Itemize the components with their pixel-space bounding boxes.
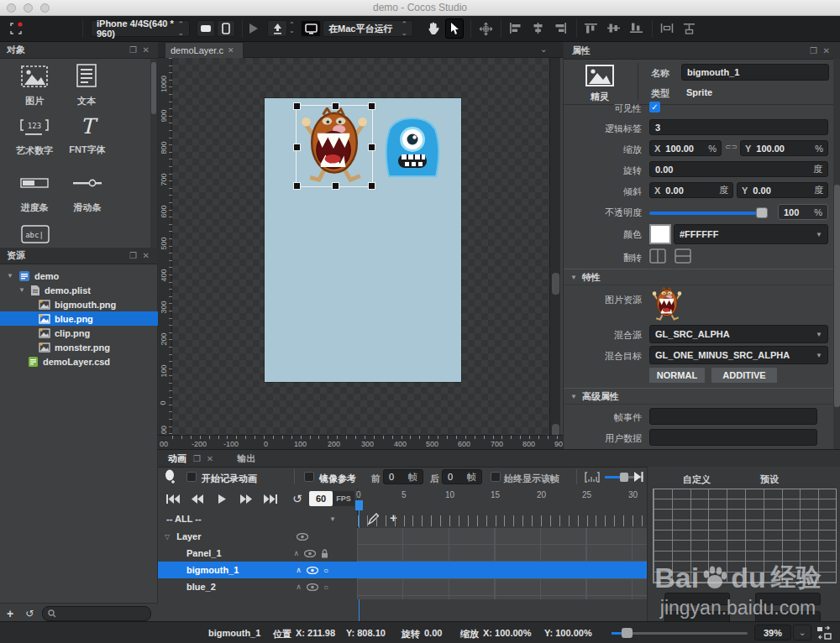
object-item-slider[interactable]: 滑动条: [64, 175, 111, 214]
object-item-progressbar[interactable]: 进度条: [10, 175, 59, 214]
skip-end-icon[interactable]: [264, 494, 277, 504]
tab-demolayer[interactable]: demoLayer.c ✕: [165, 42, 244, 58]
selection-handle[interactable]: [332, 102, 339, 110]
selection-handle[interactable]: [332, 182, 339, 190]
tree-item-blue-png[interactable]: blue.png: [0, 311, 158, 326]
mirror-checkbox[interactable]: [304, 472, 314, 482]
opacity-slider[interactable]: [649, 212, 763, 215]
layer-row-root[interactable]: ▽ Layer: [158, 528, 357, 545]
object-item-image[interactable]: 图片: [15, 65, 54, 107]
align-vcenter-button[interactable]: [607, 23, 620, 34]
add-resource-button[interactable]: +: [7, 607, 13, 620]
fit-canvas-icon[interactable]: [816, 626, 832, 640]
selection-box[interactable]: [296, 105, 373, 187]
tree-item-monster-png[interactable]: monster.png: [0, 340, 158, 354]
selection-handle[interactable]: [293, 182, 301, 190]
move-anchor-button[interactable]: [479, 22, 493, 36]
user-data-input[interactable]: [649, 429, 817, 446]
tree-item-demo[interactable]: ▼ demo: [0, 269, 158, 283]
portrait-button[interactable]: [217, 20, 235, 37]
fps-input[interactable]: 60: [309, 491, 333, 506]
tab-animation[interactable]: 动画: [168, 452, 186, 465]
selection-handle[interactable]: [368, 182, 375, 190]
selection-handle[interactable]: [293, 144, 301, 151]
flip-vertical-button[interactable]: [675, 248, 691, 264]
object-item-button[interactable]: abc|: [18, 225, 52, 243]
color-swatch[interactable]: [649, 224, 671, 244]
name-input[interactable]: bigmouth_1: [681, 64, 829, 81]
record-label[interactable]: 开始记录动画: [202, 473, 257, 485]
landscape-button[interactable]: [197, 20, 215, 37]
curve-tab-custom[interactable]: 自定义: [683, 473, 711, 486]
selection-handle[interactable]: [368, 144, 375, 151]
tab-close-icon[interactable]: ✕: [228, 46, 234, 55]
rotation-input[interactable]: 0.00 度: [649, 161, 828, 177]
blend-additive-button[interactable]: ADDITIVE: [711, 368, 777, 383]
canvas-zoom-slider[interactable]: [612, 632, 748, 635]
align-bottom-button[interactable]: [630, 23, 643, 34]
after-input[interactable]: 0 帧: [442, 469, 482, 484]
curve-tab-preset[interactable]: 预设: [760, 473, 779, 486]
timeline-zoom-handle[interactable]: [620, 473, 628, 482]
canvas-zoom-dropdown-button[interactable]: ⌄: [793, 625, 811, 640]
scale-link-icon[interactable]: ⊂⊃: [725, 143, 738, 151]
eye-icon[interactable]: [297, 533, 308, 541]
before-input[interactable]: 0 帧: [383, 469, 423, 484]
loop-icon[interactable]: ↺: [292, 492, 302, 505]
section-feature[interactable]: ▼ 特性: [564, 269, 840, 285]
selection-handle[interactable]: [368, 102, 375, 110]
canvas-vscrollbar[interactable]: [549, 58, 560, 435]
tree-item-bigmouth-png[interactable]: bigmouth.png: [0, 297, 158, 311]
align-hcenter-button[interactable]: [532, 23, 544, 34]
always-show-label[interactable]: 始终显示该帧: [504, 473, 559, 485]
run-target-select[interactable]: 在Mac平台运行 ⌃⌄: [323, 20, 413, 37]
always-show-checkbox[interactable]: [491, 472, 501, 482]
sprite-blue[interactable]: [382, 117, 443, 179]
refresh-button[interactable]: ↺: [25, 608, 34, 619]
canvas-viewport[interactable]: [172, 58, 549, 435]
play-button[interactable]: [249, 23, 259, 34]
skew-x-input[interactable]: X 0.00 度: [649, 182, 733, 198]
eye-icon[interactable]: [307, 583, 318, 591]
properties-panel-window-controls[interactable]: ❐ ✕: [810, 46, 832, 55]
animation-tab-window-controls[interactable]: ❐ ✕: [193, 454, 215, 463]
eye-icon[interactable]: [304, 550, 316, 557]
same-width-button[interactable]: [660, 23, 674, 34]
color-select[interactable]: #FFFFFF ▼: [674, 224, 828, 244]
blend-normal-button[interactable]: NORMAL: [649, 368, 705, 383]
fast-forward-icon[interactable]: [240, 494, 252, 504]
opacity-input[interactable]: 100 %: [778, 204, 828, 220]
object-item-text[interactable]: 文本: [67, 64, 106, 107]
record-checkbox[interactable]: [186, 472, 197, 482]
objects-scrollbar[interactable]: [150, 59, 157, 248]
resources-panel-window-controls[interactable]: ❐ ✕: [129, 251, 151, 260]
publish-options-button[interactable]: ⌃⌄: [289, 22, 295, 34]
circle-icon[interactable]: ○: [323, 583, 328, 592]
scale-y-input[interactable]: Y 100.00 %: [740, 140, 828, 156]
layer-expand-icon[interactable]: ▽: [165, 533, 170, 541]
align-left-button[interactable]: [509, 23, 522, 34]
tab-overflow-icon[interactable]: ⌄: [540, 44, 547, 54]
track-filter-select[interactable]: -- ALL -- ▼: [161, 510, 341, 527]
section-advanced[interactable]: ▼ 高级属性: [564, 388, 840, 405]
publish-button[interactable]: [267, 20, 287, 37]
object-item-fnt-font[interactable]: T FNT字体: [64, 114, 111, 156]
eye-icon[interactable]: [307, 567, 318, 574]
record-icon[interactable]: [165, 469, 176, 484]
skew-y-input[interactable]: Y 0.00 度: [737, 182, 828, 198]
align-top-button[interactable]: [585, 23, 597, 34]
expand-arrow-icon[interactable]: ▼: [18, 286, 25, 294]
tree-item-demolayer-csd[interactable]: demoLayer.csd: [0, 354, 158, 369]
scale-x-input[interactable]: X 100.00 %: [649, 140, 722, 156]
canvas-zoom-handle[interactable]: [622, 628, 633, 638]
play-frame-icon[interactable]: [218, 494, 226, 504]
selection-handle[interactable]: [293, 102, 301, 110]
lock-icon[interactable]: [321, 549, 328, 558]
opacity-slider-handle[interactable]: [756, 207, 768, 218]
mirror-label[interactable]: 镜像参考: [319, 473, 356, 485]
layer-row-bigmouth[interactable]: bigmouth_1 ∧ ○: [158, 562, 357, 578]
properties-scrollbar[interactable]: [833, 59, 840, 449]
collapse-icon[interactable]: ∧: [296, 583, 302, 591]
step-forward-icon[interactable]: [633, 471, 643, 483]
tree-item-demo-plist[interactable]: ▼ demo.plist: [0, 283, 158, 297]
